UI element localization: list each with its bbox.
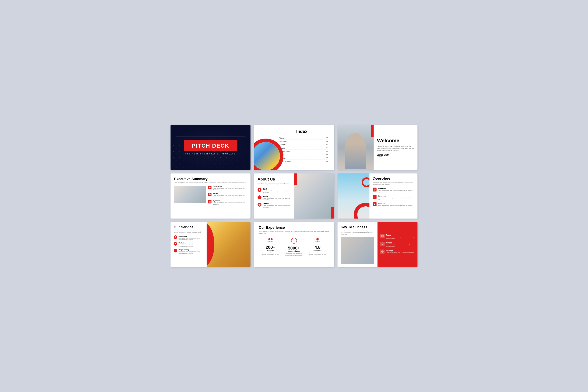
kts-content: Key To Success Lorem ipsum dolor sit ame…: [338, 222, 378, 267]
service-item-programming: Programming Lorem ipsum dolor sit amet, …: [174, 249, 204, 254]
index-label: About Us: [280, 144, 286, 146]
svg-marker-26: [318, 240, 319, 241]
exec-item-desc: Lorem ipsum dolor sit amet, consectetuer…: [213, 202, 247, 205]
kts-item-desc: Lorem ipsum dolor sit amet, con sectetue…: [386, 244, 415, 247]
service-item-marketing: Marketing Lorem ipsum dolor sit amet, co…: [174, 242, 204, 247]
stat-happy-clients: 5000+ Happy Clients Lorem ipsum dolor si…: [284, 238, 304, 256]
index-item-welcome: Welcome 01: [280, 136, 328, 140]
svg-marker-14: [374, 196, 375, 197]
kts-item-mindset-text: Mindset Lorem ipsum dolor sit amet, con …: [386, 242, 415, 247]
index-item-team: Team 06: [280, 153, 328, 156]
overview-item-summary: Summary Lorem ipsum dolor sit amet, cons…: [372, 188, 414, 193]
overview-items-list: Summary Lorem ipsum dolor sit amet, cons…: [372, 188, 414, 208]
about-item-brief: Brief Lorem ipsum dolor sit amet, consec…: [258, 188, 290, 194]
feedback-label: Feedback: [314, 250, 322, 252]
kts-item-tactic: Tactic Lorem ipsum dolor sit amet, con s…: [380, 234, 415, 240]
slides-grid: PITCH DECK BUSINESS PRESENTATION TEMPLAT…: [170, 125, 418, 267]
svg-marker-25: [317, 240, 318, 241]
ov-item-desc: Lorem ipsum dolor sit amet, consectetuer…: [378, 190, 414, 193]
marketing-icon: [174, 242, 177, 246]
mindset-icon: [380, 242, 384, 246]
index-label: Summary: [280, 140, 286, 142]
svg-point-18: [271, 238, 273, 240]
clients-desc: Lorem ipsum dolor sit amet, con sectetue…: [284, 253, 304, 256]
consulting-icon: [174, 236, 177, 239]
employ-label: Employ: [267, 250, 274, 252]
welcome-person-photo: [338, 125, 374, 170]
pitch-deck-title: PITCH DECK: [192, 143, 229, 149]
about-red-border-top: [294, 174, 297, 185]
exec-item-heading: Conspectus: [213, 186, 247, 188]
kts-item-heading: Strategy: [386, 250, 415, 252]
welcome-person-name: James Smith: [377, 154, 414, 156]
kts-item-heading: Mindset: [386, 242, 415, 244]
service-desc: Lorem ipsum dolor sit amet, consectetuer…: [174, 230, 204, 234]
svc-item-heading: Programming: [178, 249, 204, 251]
ov-item-desc: Lorem ipsum dolor sit amet, consectetuer…: [378, 204, 414, 208]
about-item-context: Context Lorem ipsum dolor sit amet, cons…: [258, 203, 290, 208]
overview-desc: Lorem ipsum dolor sit amet, consectetuer…: [372, 182, 414, 185]
overview-image: [338, 174, 370, 218]
clients-number: 5000+: [288, 246, 300, 250]
about-meeting-photo: [294, 174, 334, 218]
exec-item-conspectus: Conspectus Lorem ipsum dolor sit amet, c…: [208, 186, 247, 191]
svg-point-10: [259, 204, 260, 205]
svg-point-30: [382, 236, 382, 236]
exec-item-desc: Lorem ipsum dolor sit amet, consectetuer…: [213, 195, 247, 198]
exec-item-conspectus-text: Conspectus Lorem ipsum dolor sit amet, c…: [213, 186, 247, 191]
stat-feedback: 4.8 Feedback Lorem ipsum dolor sit amet,…: [308, 238, 327, 256]
index-item-swot: SWOT Analysis 08: [280, 160, 328, 163]
index-item-about: About Us 03: [280, 143, 328, 146]
slide-welcome: Welcome Lorem ipsum dolor sit amet, cons…: [338, 125, 418, 170]
exec-item-synopsis: Synopsis Lorem ipsum dolor sit amet, con…: [208, 200, 247, 205]
welcome-body-text: Lorem ipsum dolor sit amet, consectetuer…: [377, 146, 414, 151]
pitch-deck-subtitle: BUSINESS PRESENTATION TEMPLATE: [184, 153, 237, 155]
about-item-desc: Lorem ipsum dolor sit amet, consectetuer…: [263, 205, 290, 208]
index-num: 06: [326, 154, 328, 156]
kts-item-tactic-text: Tactic Lorem ipsum dolor sit amet, con s…: [386, 234, 415, 240]
about-content: About Us Lorem ipsum dolor sit amet, con…: [254, 174, 294, 218]
overview-item-essence-text: Essence Lorem ipsum dolor sit amet, cons…: [378, 202, 414, 208]
slide-pitch-deck: PITCH DECK BUSINESS PRESENTATION TEMPLAT…: [170, 125, 250, 170]
experience-stats: 200+ Employ Lorem ipsum dolor sit amet, …: [259, 238, 329, 256]
kts-title: Key To Success: [341, 225, 374, 229]
service-items-list: Consulting Lorem ipsum dolor sit amet, c…: [174, 236, 204, 254]
about-item-heading: Context: [263, 203, 290, 204]
about-desc: Lorem ipsum dolor sit amet, consectetuer…: [258, 182, 290, 186]
kts-desc: Lorem ipsum dolor sit amet, consectetuer…: [341, 230, 374, 235]
summary-icon: [372, 188, 376, 192]
overview-item-inception-text: Inception Lorem ipsum dolor sit amet, co…: [378, 195, 414, 200]
overview-item-summary-text: Summary Lorem ipsum dolor sit amet, cons…: [378, 188, 414, 193]
service-item-programming-text: Programming Lorem ipsum dolor sit amet, …: [178, 249, 204, 254]
svg-point-31: [382, 243, 383, 244]
about-items-list: Brief Lorem ipsum dolor sit amet, consec…: [258, 188, 290, 208]
index-label: Welcome: [280, 137, 286, 139]
about-item-profile-text: Profile Lorem ipsum dolor sit amet, cons…: [263, 196, 290, 201]
exec-title: Executive Summary: [174, 177, 247, 181]
slide-index: Index Welcome 01 Summary 02 About Us 03 …: [254, 125, 334, 170]
ov-item-desc: Lorem ipsum dolor sit amet, consectetuer…: [378, 197, 414, 200]
about-item-heading: Brief: [263, 188, 290, 190]
index-item-mission: Mission Vision 05: [280, 150, 328, 153]
service-image: [206, 222, 250, 267]
welcome-person-role: Founder: [377, 156, 414, 158]
experience-title: Our Experience: [259, 226, 329, 230]
index-num: 03: [326, 144, 328, 146]
conspectus-icon: [208, 186, 212, 189]
svg-point-22: [316, 238, 319, 240]
service-item-consulting: Consulting Lorem ipsum dolor sit amet, c…: [174, 236, 204, 241]
kts-photo: [341, 237, 374, 264]
about-red-border-bottom: [331, 207, 334, 218]
about-item-desc: Lorem ipsum dolor sit amet, consectetuer…: [263, 198, 290, 201]
svg-rect-3: [209, 201, 210, 202]
exec-desc: Lorem ipsum dolor sit amet, consectetuer…: [174, 182, 247, 184]
kts-item-desc: Lorem ipsum dolor sit amet, con sectetue…: [386, 236, 415, 240]
recap-icon: [208, 193, 212, 196]
clients-label: Happy Clients: [288, 250, 300, 252]
index-item-portfolio: Portfolio 07: [280, 156, 328, 160]
exec-item-desc: Lorem ipsum dolor sit amet, consectetuer…: [213, 188, 247, 191]
exec-items-list: Conspectus Lorem ipsum dolor sit amet, c…: [208, 186, 247, 205]
overview-item-essence: Essence Lorem ipsum dolor sit amet, cons…: [372, 202, 414, 208]
feedback-icon: [314, 238, 321, 244]
programming-icon: [174, 249, 177, 252]
